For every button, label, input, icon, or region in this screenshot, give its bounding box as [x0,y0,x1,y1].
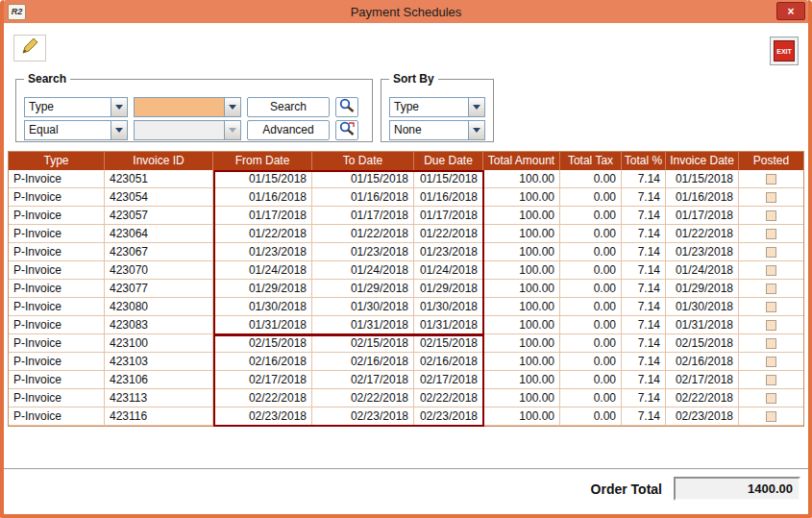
cell-due_date[interactable]: 01/30/2018 [414,298,483,315]
cell-total_amount[interactable]: 100.00 [483,316,560,333]
sort-secondary-combo[interactable]: None [389,120,485,140]
cell-to_date[interactable]: 02/15/2018 [312,334,414,352]
cell-to_date[interactable]: 01/22/2018 [312,225,414,242]
cell-due_date[interactable]: 01/17/2018 [414,207,483,224]
cell-total_pct[interactable]: 7.14 [622,188,666,206]
column-header-7[interactable]: Total % [622,152,666,170]
cell-total_tax[interactable]: 0.00 [560,225,622,242]
posted-checkbox[interactable] [766,338,776,349]
cell-to_date[interactable]: 02/16/2018 [312,353,414,370]
cell-due_date[interactable]: 01/16/2018 [414,188,483,206]
cell-to_date[interactable]: 02/23/2018 [312,407,414,425]
column-header-1[interactable]: Invoice ID [105,152,213,170]
cell-due_date[interactable]: 02/22/2018 [414,389,483,407]
cell-posted[interactable] [739,280,803,297]
cell-posted[interactable] [739,334,803,352]
search-value2-combo[interactable] [134,120,241,140]
cell-invoice_date[interactable]: 01/23/2018 [666,243,739,260]
cell-from_date[interactable]: 02/16/2018 [213,353,312,370]
posted-checkbox[interactable] [766,174,776,185]
column-header-9[interactable]: Posted [739,152,803,170]
search-value-combo[interactable] [134,97,241,117]
cell-invoice_id[interactable]: 423106 [105,371,213,388]
cell-type[interactable]: P-Invoice [9,316,105,333]
posted-checkbox[interactable] [766,393,776,404]
cell-to_date[interactable]: 01/17/2018 [312,207,414,224]
cell-due_date[interactable]: 02/16/2018 [414,353,483,370]
cell-type[interactable]: P-Invoice [9,188,105,206]
close-button[interactable]: × [776,2,805,20]
search-field-combo[interactable]: Type [24,97,128,117]
cell-from_date[interactable]: 01/22/2018 [213,225,312,242]
cell-total_amount[interactable]: 100.00 [483,353,560,370]
cell-total_tax[interactable]: 0.00 [560,298,622,315]
cell-posted[interactable] [739,170,803,187]
column-header-2[interactable]: From Date [213,152,312,170]
cell-invoice_date[interactable]: 01/15/2018 [666,170,739,187]
chevron-down-icon[interactable] [111,98,127,116]
cell-total_pct[interactable]: 7.14 [622,389,666,407]
column-header-8[interactable]: Invoice Date [666,152,739,170]
cell-to_date[interactable]: 02/22/2018 [312,389,414,407]
posted-checkbox[interactable] [766,229,776,239]
cell-total_tax[interactable]: 0.00 [560,334,622,352]
cell-total_amount[interactable]: 100.00 [483,298,560,315]
cell-type[interactable]: P-Invoice [9,243,105,260]
cell-due_date[interactable]: 02/15/2018 [414,334,483,352]
cell-total_tax[interactable]: 0.00 [560,207,622,224]
cell-from_date[interactable]: 01/24/2018 [213,261,312,279]
cell-total_amount[interactable]: 100.00 [483,170,560,187]
cell-total_pct[interactable]: 7.14 [622,225,666,242]
cell-due_date[interactable]: 01/23/2018 [414,243,483,260]
cell-posted[interactable] [739,389,803,407]
cell-total_amount[interactable]: 100.00 [483,207,560,224]
cell-invoice_id[interactable]: 423100 [105,334,213,352]
cell-from_date[interactable]: 01/31/2018 [213,316,312,333]
cell-total_pct[interactable]: 7.14 [622,243,666,260]
cell-total_pct[interactable]: 7.14 [622,280,666,297]
cell-invoice_date[interactable]: 02/17/2018 [666,371,739,388]
chevron-down-icon[interactable] [111,121,127,139]
cell-from_date[interactable]: 01/16/2018 [213,188,312,206]
cell-invoice_date[interactable]: 02/22/2018 [666,389,739,407]
chevron-down-icon[interactable] [224,98,240,116]
cell-total_pct[interactable]: 7.14 [622,353,666,370]
cell-invoice_date[interactable]: 01/31/2018 [666,316,739,333]
cell-total_pct[interactable]: 7.14 [622,170,666,187]
table-row[interactable]: P-Invoice42310302/16/201802/16/201802/16… [9,353,803,371]
cell-to_date[interactable]: 02/17/2018 [312,371,414,388]
cell-invoice_date[interactable]: 01/16/2018 [666,188,739,206]
cell-from_date[interactable]: 02/23/2018 [213,407,312,425]
cell-total_amount[interactable]: 100.00 [483,389,560,407]
cell-to_date[interactable]: 01/31/2018 [312,316,414,333]
cell-from_date[interactable]: 01/29/2018 [213,280,312,297]
cell-total_tax[interactable]: 0.00 [560,280,622,297]
posted-checkbox[interactable] [766,192,776,203]
cell-due_date[interactable]: 02/17/2018 [414,371,483,388]
column-header-5[interactable]: Total Amount [483,152,560,170]
cell-total_tax[interactable]: 0.00 [560,316,622,333]
cell-total_tax[interactable]: 0.00 [560,407,622,425]
cell-posted[interactable] [739,261,803,279]
posted-checkbox[interactable] [766,302,776,312]
cell-total_pct[interactable]: 7.14 [622,334,666,352]
cell-posted[interactable] [739,316,803,333]
table-row[interactable]: P-Invoice42311602/23/201802/23/201802/23… [9,407,803,426]
cell-invoice_date[interactable]: 01/30/2018 [666,298,739,315]
cell-invoice_date[interactable]: 02/15/2018 [666,334,739,352]
cell-total_pct[interactable]: 7.14 [622,316,666,333]
table-row[interactable]: P-Invoice42305101/15/201801/15/201801/15… [9,170,803,188]
cell-posted[interactable] [739,371,803,388]
column-header-0[interactable]: Type [9,152,105,170]
cell-type[interactable]: P-Invoice [9,334,105,352]
cell-posted[interactable] [739,207,803,224]
cell-invoice_date[interactable]: 02/23/2018 [666,407,739,425]
cell-invoice_id[interactable]: 423064 [105,225,213,242]
cell-total_amount[interactable]: 100.00 [483,225,560,242]
cell-invoice_id[interactable]: 423070 [105,261,213,279]
sort-primary-combo[interactable]: Type [389,97,485,117]
cell-from_date[interactable]: 02/22/2018 [213,389,312,407]
chevron-down-icon[interactable] [468,121,484,139]
cell-total_tax[interactable]: 0.00 [560,188,622,206]
table-row[interactable]: P-Invoice42311302/22/201802/22/201802/22… [9,389,803,407]
